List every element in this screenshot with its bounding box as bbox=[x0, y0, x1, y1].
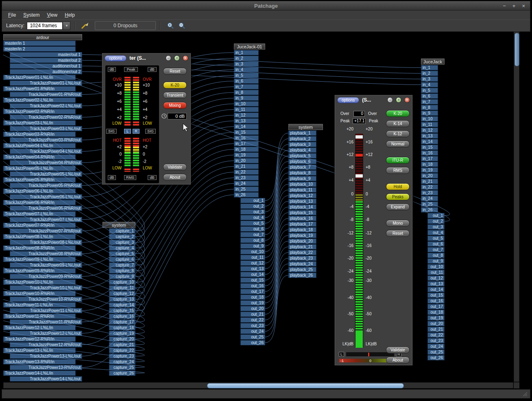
port-out[interactable]: out_24 bbox=[240, 329, 265, 334]
port-in[interactable]: in_17 bbox=[421, 156, 438, 161]
minimize-icon[interactable]: − bbox=[166, 55, 171, 61]
port-out[interactable]: capture_25 bbox=[109, 365, 135, 370]
port-in[interactable]: playback_23 bbox=[288, 256, 316, 261]
meter-window-1[interactable]: options ter (S... − + × dBPeakdBOVROVR+1… bbox=[102, 53, 191, 185]
port-out[interactable]: out_13 bbox=[240, 266, 265, 271]
horizontal-scrollbar-thumb[interactable] bbox=[207, 383, 404, 388]
port-out[interactable]: out_23 bbox=[427, 338, 445, 343]
port-in[interactable]: TrackJazzPower11-L%L/in bbox=[3, 302, 76, 308]
port-in[interactable]: playback_9 bbox=[288, 176, 316, 181]
port-out[interactable]: capture_13 bbox=[109, 297, 135, 302]
port-in[interactable]: TrackJazzPower06-L%L/in bbox=[3, 189, 76, 194]
port-in[interactable]: in_16 bbox=[421, 150, 438, 156]
port-in[interactable]: master/in 1 bbox=[3, 41, 76, 46]
port-out[interactable]: out_19 bbox=[240, 300, 265, 306]
port-in[interactable]: in_8 bbox=[234, 90, 259, 95]
port-out[interactable]: out_17 bbox=[427, 304, 445, 309]
port-in[interactable]: playback_8 bbox=[288, 170, 316, 176]
menu-file[interactable]: File bbox=[4, 11, 20, 19]
port-in[interactable]: playback_5 bbox=[288, 153, 316, 158]
node-title[interactable]: system bbox=[288, 124, 323, 130]
close-icon[interactable]: × bbox=[183, 55, 188, 61]
port-in[interactable]: playback_18 bbox=[288, 227, 316, 232]
button-itu-r[interactable]: ITU-R bbox=[386, 157, 410, 164]
port-out[interactable]: TrackJazzPower12-L%L/out bbox=[10, 331, 82, 336]
port-out[interactable]: out_6 bbox=[240, 226, 265, 232]
port-out[interactable]: TrackJazzPower02-R%R/out bbox=[10, 115, 82, 120]
port-out[interactable]: TrackJazzPower11-L%L/out bbox=[10, 308, 82, 313]
port-out[interactable]: capture_19 bbox=[109, 331, 135, 336]
port-out[interactable]: TrackJazzPower13-L%L/out bbox=[10, 353, 82, 359]
port-out[interactable]: TrackJazzPower03-R%R/out bbox=[10, 137, 82, 143]
port-in[interactable]: in_12 bbox=[234, 113, 259, 118]
port-out[interactable]: out_12 bbox=[427, 275, 445, 281]
button-peaks[interactable]: Peaks bbox=[386, 193, 410, 200]
port-out[interactable]: TrackJazzPower02-L%L/out bbox=[10, 103, 82, 108]
port-in[interactable]: TrackJazzPower04-R%R/in bbox=[3, 154, 76, 160]
port-out[interactable]: out_20 bbox=[240, 306, 265, 311]
port-in[interactable]: in_5 bbox=[421, 88, 438, 93]
port-out[interactable]: capture_11 bbox=[109, 285, 135, 290]
port-out[interactable]: capture_8 bbox=[109, 268, 135, 273]
connection-wire[interactable] bbox=[265, 253, 288, 320]
port-in[interactable]: in_11 bbox=[234, 107, 259, 112]
port-out[interactable]: auditioner/out 2 bbox=[10, 69, 82, 74]
port-out[interactable]: TrackJazzPower09-R%R/out bbox=[10, 274, 82, 279]
minimize-icon[interactable]: − bbox=[387, 97, 393, 103]
port-in[interactable]: TrackJazzPower13-L%L/in bbox=[3, 348, 76, 353]
port-out[interactable]: TrackJazzPower05-R%R/out bbox=[10, 183, 82, 188]
node-title[interactable]: ardour bbox=[3, 34, 82, 40]
patch-canvas[interactable]: ardourmaster/in 1master/in 2master/out 1… bbox=[3, 32, 513, 382]
port-in[interactable]: in_16 bbox=[234, 135, 259, 141]
port-out[interactable]: out_14 bbox=[240, 272, 265, 277]
port-in[interactable]: in_13 bbox=[421, 133, 438, 139]
port-in[interactable]: in_19 bbox=[234, 152, 259, 158]
port-in[interactable]: in_23 bbox=[421, 190, 438, 195]
port-out[interactable]: master/out 2 bbox=[10, 58, 82, 63]
latency-dropdown-arrow-icon[interactable]: ▼ bbox=[63, 22, 70, 30]
port-in[interactable]: in_19 bbox=[421, 167, 438, 173]
port-out[interactable]: capture_7 bbox=[109, 262, 135, 268]
port-in[interactable]: TrackJazzPower01-L%L/in bbox=[3, 75, 76, 80]
port-out[interactable]: out_3 bbox=[240, 209, 265, 215]
connection-wire[interactable] bbox=[265, 162, 288, 229]
node-ardour[interactable]: ardourmaster/in 1master/in 2master/out 1… bbox=[3, 34, 82, 382]
maximize-button[interactable]: + bbox=[512, 3, 516, 9]
port-in[interactable]: TrackJazzPower11-R%R/in bbox=[3, 314, 76, 319]
button-rms[interactable]: RMS bbox=[386, 167, 410, 174]
port-in[interactable]: in_2 bbox=[421, 71, 438, 76]
port-in[interactable]: in_1 bbox=[234, 50, 259, 55]
port-in[interactable]: playback_19 bbox=[288, 233, 316, 238]
connection-wire[interactable] bbox=[265, 190, 288, 258]
port-in[interactable]: TrackJazzPower02-R%R/in bbox=[3, 109, 76, 114]
connection-wire[interactable] bbox=[265, 145, 288, 212]
port-in[interactable]: TrackJazzPower13-R%R/in bbox=[3, 359, 76, 364]
port-out[interactable]: TrackJazzPower05-L%L/out bbox=[10, 171, 82, 177]
port-in[interactable]: TrackJazzPower08-L%L/in bbox=[3, 234, 76, 239]
port-out[interactable]: capture_17 bbox=[109, 319, 135, 325]
connection-wire[interactable] bbox=[265, 139, 288, 206]
port-out[interactable]: capture_20 bbox=[109, 336, 135, 342]
port-in[interactable]: playback_2 bbox=[288, 136, 316, 141]
port-in[interactable]: TrackJazzPower07-L%L/in bbox=[3, 211, 76, 217]
port-in[interactable]: in_8 bbox=[421, 105, 438, 110]
port-out[interactable]: out_23 bbox=[240, 323, 265, 328]
port-in[interactable]: in_4 bbox=[234, 67, 259, 72]
port-in[interactable]: playback_17 bbox=[288, 221, 316, 227]
port-out[interactable]: TrackJazzPower07-L%L/out bbox=[10, 217, 82, 222]
port-in[interactable]: in_5 bbox=[234, 73, 259, 78]
port-out[interactable]: out_9 bbox=[240, 243, 265, 249]
port-out[interactable]: out_15 bbox=[240, 277, 265, 283]
port-out[interactable]: capture_2 bbox=[109, 234, 135, 239]
connection-wire[interactable] bbox=[265, 219, 288, 286]
port-out[interactable]: out_4 bbox=[427, 230, 445, 235]
button-mixing[interactable]: Mixing bbox=[163, 102, 187, 109]
port-out[interactable]: out_13 bbox=[427, 281, 445, 286]
port-out[interactable]: out_10 bbox=[240, 249, 265, 254]
port-in[interactable]: in_23 bbox=[234, 175, 259, 180]
button-about[interactable]: About bbox=[163, 174, 187, 181]
port-out[interactable]: TrackJazzPower07-R%R/out bbox=[10, 228, 82, 234]
port-in[interactable]: playback_4 bbox=[288, 147, 316, 153]
node-jucejack01[interactable]: JuceJack-01in_1in_2in_3in_4in_5in_6in_7i… bbox=[234, 43, 265, 346]
port-out[interactable]: TrackJazzPower13-R%R/out bbox=[10, 365, 82, 370]
